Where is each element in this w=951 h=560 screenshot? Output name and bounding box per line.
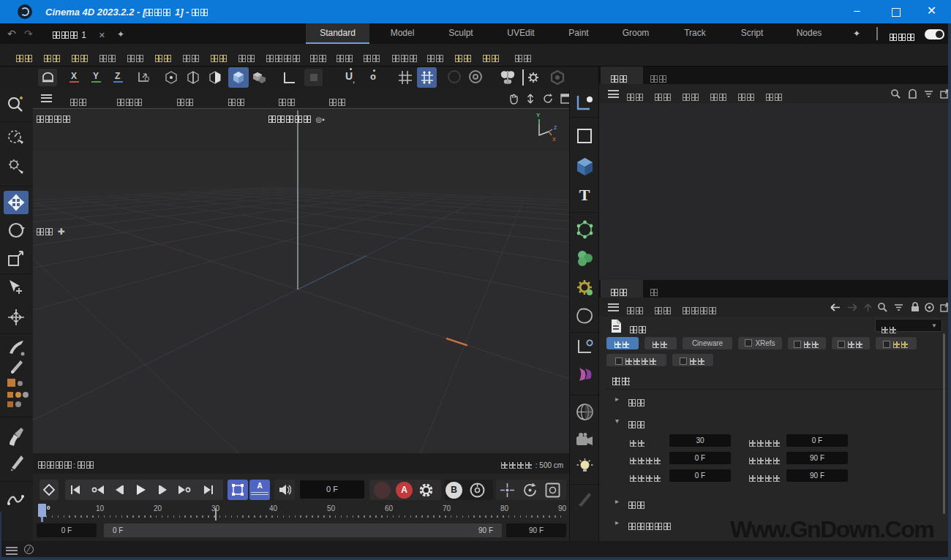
svg-text:Z: Z [554, 125, 557, 130]
svg-text:Y: Y [536, 112, 541, 118]
svg-text:X: X [552, 137, 556, 142]
